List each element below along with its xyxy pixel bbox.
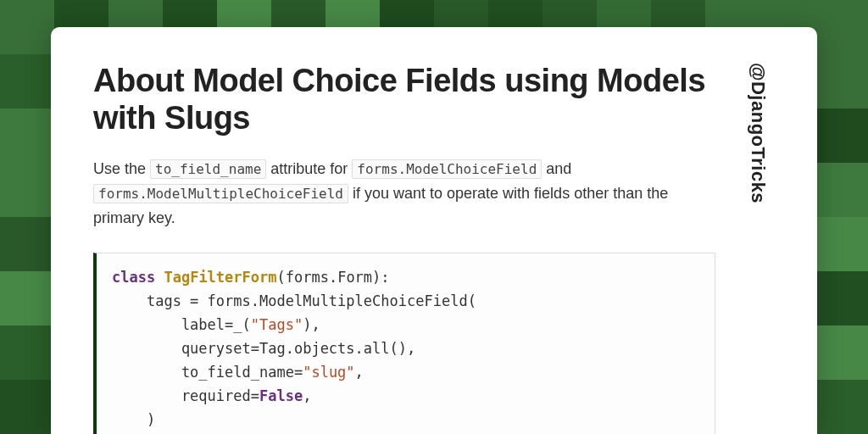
code-string: "Tags" bbox=[251, 316, 303, 333]
desc-text: attribute for bbox=[266, 160, 352, 177]
code-text: required= bbox=[112, 387, 259, 404]
side-column: @DjangoTricks bbox=[741, 63, 775, 434]
code-text: tags = forms.ModelMultipleChoiceField( bbox=[112, 292, 476, 309]
code-text: ) bbox=[112, 411, 155, 428]
inline-code-modelchoicefield: forms.ModelChoiceField bbox=[352, 159, 542, 179]
inline-code-to-field-name: to_field_name bbox=[150, 159, 266, 179]
page-title: About Model Choice Fields using Models w… bbox=[93, 63, 715, 136]
code-text: queryset=Tag.objects.all(), bbox=[112, 340, 415, 357]
code-classname: TagFilterForm bbox=[164, 269, 276, 286]
code-text: (forms.Form): bbox=[277, 269, 390, 286]
description-paragraph: Use the to_field_name attribute for form… bbox=[93, 157, 715, 230]
code-literal: False bbox=[259, 387, 303, 404]
code-string: "slug" bbox=[303, 364, 354, 381]
content-card: About Model Choice Fields using Models w… bbox=[51, 27, 817, 434]
inline-code-modelmultiplechoicefield: forms.ModelMultipleChoiceField bbox=[93, 184, 348, 203]
code-text: , bbox=[303, 387, 311, 404]
code-text: to_field_name= bbox=[112, 364, 303, 381]
code-text: label=_( bbox=[112, 316, 251, 333]
code-block: class TagFilterForm(forms.Form): tags = … bbox=[93, 253, 715, 434]
desc-text: Use the bbox=[93, 160, 150, 177]
code-text: , bbox=[355, 364, 364, 381]
code-keyword: class bbox=[112, 269, 155, 286]
code-text: ), bbox=[303, 316, 320, 333]
desc-text: and bbox=[542, 160, 571, 177]
main-column: About Model Choice Fields using Models w… bbox=[93, 63, 741, 434]
author-handle: @DjangoTricks bbox=[747, 63, 769, 434]
